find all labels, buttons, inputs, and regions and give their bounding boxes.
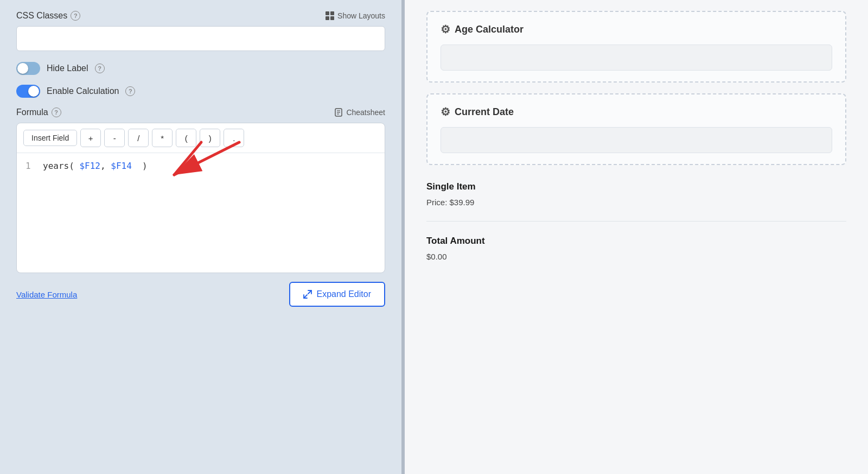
op-dot-button[interactable]: . [224, 129, 244, 147]
expand-icon [303, 290, 312, 299]
age-calculator-title-row: ⚙ Age Calculator [441, 23, 832, 36]
css-classes-input[interactable] [16, 26, 385, 51]
op-plus-button[interactable]: + [80, 129, 101, 147]
current-date-title: Current Date [455, 106, 514, 118]
insert-field-label: Insert Field [31, 134, 69, 142]
enable-calc-text: Enable Calculation [47, 86, 119, 96]
op-open-paren-button[interactable]: ( [176, 129, 196, 147]
price-text: Price: $39.99 [426, 198, 846, 207]
code-keyword: years [43, 161, 69, 171]
formula-bottom: Validate Formula Expand Editor [16, 282, 385, 307]
code-arrow-container: 1 years( $F12, $F14 ) [17, 153, 385, 273]
enable-calc-knob [28, 86, 39, 97]
age-calculator-widget: ⚙ Age Calculator [426, 11, 846, 83]
css-classes-text: CSS Classes [16, 11, 67, 21]
hide-label-row: Hide Label ? [16, 62, 385, 75]
formula-code-area[interactable]: 1 years( $F12, $F14 ) [17, 153, 385, 273]
formula-toolbar: Insert Field + - / * ( ) . [17, 123, 385, 153]
cheatsheet-icon [334, 108, 343, 117]
right-panel: ⚙ Age Calculator ⚙ Current Date Single I… [405, 0, 868, 474]
code-content: years( $F12, $F14 ) [43, 161, 148, 265]
left-panel: CSS Classes ? Show Layouts Hide Label ? … [0, 0, 401, 474]
css-classes-label: CSS Classes ? [16, 11, 80, 21]
enable-calc-row: Enable Calculation ? [16, 85, 385, 98]
op-close-paren-button[interactable]: ) [200, 129, 220, 147]
svg-line-5 [304, 295, 307, 298]
css-classes-help-icon[interactable]: ? [71, 11, 80, 21]
code-close-paren: ) [142, 161, 148, 171]
svg-line-6 [308, 290, 311, 294]
op-minus-button[interactable]: - [104, 129, 125, 147]
insert-field-button[interactable]: Insert Field [23, 130, 77, 146]
hide-label-text: Hide Label [47, 64, 88, 73]
expand-editor-label: Expand Editor [316, 289, 371, 299]
show-layouts-button[interactable]: Show Layouts [326, 11, 385, 20]
section-divider [426, 221, 846, 222]
css-classes-row: CSS Classes ? Show Layouts [16, 11, 385, 21]
cheatsheet-label: Cheatsheet [346, 108, 385, 117]
hide-label-knob [17, 63, 28, 74]
age-calc-title: Age Calculator [455, 24, 524, 35]
hide-label-toggle[interactable] [16, 62, 40, 75]
age-calc-icon: ⚙ [441, 23, 450, 36]
op-divide-button[interactable]: / [128, 129, 149, 147]
code-comma: , [100, 161, 106, 171]
enable-calc-track[interactable] [16, 85, 40, 98]
formula-label-text: Formula [16, 108, 48, 117]
formula-section: Formula ? Cheatsheet Insert Field + [16, 108, 385, 273]
hide-label-help-icon[interactable]: ? [95, 64, 105, 73]
op-multiply-button[interactable]: * [152, 129, 173, 147]
total-value: $0.00 [426, 252, 846, 261]
total-section: Total Amount $0.00 [426, 230, 846, 267]
current-date-widget: ⚙ Current Date [426, 93, 846, 165]
code-open-paren: ( [69, 161, 74, 171]
hide-label-track[interactable] [16, 62, 40, 75]
formula-editor: Insert Field + - / * ( ) . 1 years( $F12… [16, 123, 385, 273]
single-item-section: Single Item Price: $39.99 [426, 176, 846, 212]
grid-icon [326, 11, 334, 20]
formula-help-icon[interactable]: ? [52, 108, 61, 117]
code-var1: $F12 [79, 161, 100, 171]
formula-header: Formula ? Cheatsheet [16, 108, 385, 117]
single-item-title: Single Item [426, 181, 846, 192]
total-title: Total Amount [426, 236, 846, 247]
enable-calc-help-icon[interactable]: ? [125, 86, 135, 96]
current-date-title-row: ⚙ Current Date [441, 105, 832, 118]
line-number: 1 [25, 161, 34, 265]
code-var2: $F14 [111, 161, 132, 171]
cheatsheet-button[interactable]: Cheatsheet [334, 108, 385, 117]
validate-formula-button[interactable]: Validate Formula [16, 290, 77, 299]
validate-label: Validate Formula [16, 290, 77, 299]
current-date-icon: ⚙ [441, 105, 450, 118]
expand-editor-button[interactable]: Expand Editor [289, 282, 385, 307]
show-layouts-label: Show Layouts [337, 11, 385, 20]
age-calc-input[interactable] [441, 45, 832, 71]
enable-calc-toggle[interactable] [16, 85, 40, 98]
current-date-input[interactable] [441, 127, 832, 153]
formula-label-row: Formula ? [16, 108, 61, 117]
